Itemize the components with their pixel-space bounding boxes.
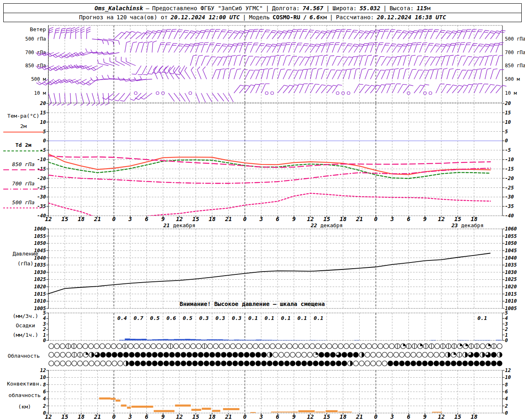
wind-barb <box>146 42 148 52</box>
wind-barb-feather <box>299 84 303 84</box>
cloud-symbol <box>83 361 88 366</box>
temp-tick-label: 0 <box>43 138 46 144</box>
cloud-symbol-quarter <box>316 352 318 355</box>
wind-barb-feather <box>86 83 89 85</box>
wind-barb-feather <box>185 30 189 31</box>
wind-barb-feather <box>276 46 281 46</box>
high-pressure-warning: Внимание! Высокое давление — шкала смеще… <box>180 301 325 307</box>
cloud-symbol <box>157 344 162 349</box>
wind-barb-feather <box>159 67 162 70</box>
wind-barb-feather <box>244 32 248 32</box>
wind-barb <box>288 56 292 66</box>
cloud-symbol-overcast <box>210 361 215 366</box>
wind-barb <box>321 43 325 52</box>
cloud-symbol-overcast <box>451 361 456 366</box>
wind-barb-feather <box>446 32 450 33</box>
cloud-symbol <box>231 344 235 349</box>
wind-barb-feather <box>414 30 418 31</box>
cloud-symbol <box>301 352 306 357</box>
cloud-symbol <box>296 352 301 357</box>
wind-barb <box>387 57 392 66</box>
wind-barb <box>294 57 299 66</box>
wind-barb <box>124 93 130 101</box>
wind-barb <box>191 70 196 79</box>
wind-barb-feather <box>372 85 376 87</box>
wind-barb-feather <box>474 57 478 57</box>
wind-barb-feather <box>347 46 352 46</box>
hour-label: 15 <box>454 216 461 222</box>
precip-hourly-bar <box>288 340 294 340</box>
precip-hourly-bar <box>299 340 305 340</box>
temp-tick-label: -30 <box>37 194 46 200</box>
cloud-symbol-half <box>448 352 450 357</box>
wind-barb <box>343 70 347 79</box>
hour-label: 6 <box>407 413 410 420</box>
wind-barb <box>359 69 362 79</box>
cloud-symbol-overcast <box>330 352 335 357</box>
wind-barb <box>278 43 282 52</box>
wind-barb-feather <box>500 32 504 32</box>
wind-barb-feather <box>458 30 462 31</box>
wind-barb <box>398 56 402 66</box>
wind-barb <box>387 84 391 93</box>
convective-panel-title-2: облачность <box>9 392 41 398</box>
cloud-symbol <box>196 344 201 349</box>
wind-barb-feather <box>330 56 334 56</box>
wind-barb-feather <box>316 44 320 45</box>
cloud-symbol-overcast <box>324 352 329 357</box>
wind-barb-feather <box>460 44 464 45</box>
wind-barb-feather <box>359 84 363 84</box>
cloud-symbol-overcast <box>175 352 180 357</box>
hour-label: 12 <box>438 413 445 420</box>
cloud-symbol <box>49 352 54 357</box>
wind-barb-feather <box>315 32 319 33</box>
wind-barb <box>201 93 206 103</box>
temp-tick-label: 15 <box>505 110 511 116</box>
conv-tick-label: 10 <box>505 374 511 380</box>
wind-barb <box>474 57 479 66</box>
wind-barb-feather <box>305 43 309 44</box>
hour-label: 9 <box>423 413 427 420</box>
wind-barb <box>294 84 299 93</box>
wind-barb <box>496 30 502 39</box>
wind-barb <box>163 30 167 39</box>
wind-barb-feather <box>153 31 157 32</box>
cloud-symbol <box>307 352 312 357</box>
wind-barb-feather <box>119 41 120 45</box>
wind-barb-feather <box>62 28 66 29</box>
precip-hourly-bar <box>136 339 141 340</box>
wind-barb-feather <box>140 97 144 99</box>
wind-panel: Ветер500 гПа500 гПа700 гПа700 гПа850 гПа… <box>25 25 525 106</box>
calm-wind-circle <box>156 92 159 95</box>
wind-barb <box>447 31 453 39</box>
wind-barb-feather <box>327 31 331 32</box>
cloud-symbol <box>55 344 59 349</box>
wind-barb-feather <box>499 45 503 45</box>
wind-barb <box>250 84 256 93</box>
hour-label: 18 <box>470 413 477 420</box>
hour-label: 15 <box>192 413 199 420</box>
cloud-symbol-overcast <box>342 352 347 357</box>
wind-barb <box>179 93 185 101</box>
cloud-symbol <box>299 344 304 349</box>
wind-barb-feather <box>278 31 283 32</box>
cloud-symbol-half <box>91 352 94 357</box>
wind-barb <box>283 56 286 66</box>
cloud-symbol <box>359 361 364 366</box>
wind-barb <box>223 93 229 102</box>
wind-barb-feather <box>387 57 391 57</box>
precip-hourly-bar <box>256 340 261 340</box>
wind-barb-feather <box>293 70 297 71</box>
cloud-symbol-overcast <box>244 361 249 366</box>
wind-barb <box>261 57 266 66</box>
wind-barb <box>185 71 190 79</box>
cloud-symbol <box>139 344 144 349</box>
calm-wind-circle <box>347 92 350 95</box>
wind-barb-feather <box>228 32 232 32</box>
wind-barb <box>294 30 298 39</box>
wind-barb-feather <box>297 31 301 32</box>
cloud-symbol-overcast <box>480 361 485 366</box>
wind-barb <box>278 31 284 39</box>
wind-barb <box>365 31 371 39</box>
wind-barb <box>447 69 450 79</box>
